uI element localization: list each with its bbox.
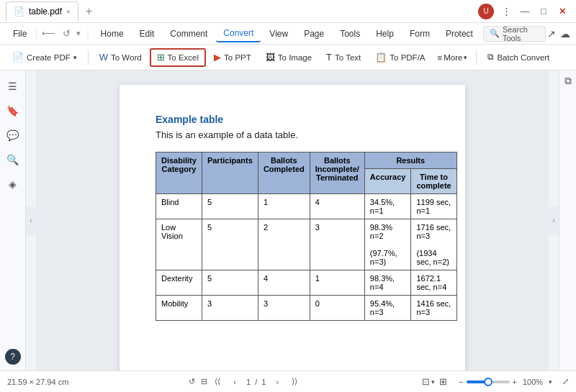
tab-filename: table.pdf bbox=[29, 6, 62, 17]
toolbar-icon-refresh[interactable]: ↺ bbox=[60, 27, 73, 40]
new-tab-button[interactable]: + bbox=[86, 5, 92, 18]
next-page-button[interactable]: › bbox=[270, 375, 284, 389]
to-ppt-button[interactable]: ▶ To PPT bbox=[207, 48, 258, 67]
cell-accuracy-1: 34.5%, n=1 bbox=[364, 194, 411, 219]
cell-ballots-incomplete-4: 0 bbox=[310, 296, 364, 321]
to-excel-icon: ⊞ bbox=[157, 52, 165, 63]
table-header-time: Time to complete bbox=[411, 169, 456, 194]
menu-item-page[interactable]: Page bbox=[297, 26, 331, 42]
cell-time-4: 1416 sec, n=3 bbox=[411, 296, 456, 321]
more-icon: ≡ bbox=[438, 53, 443, 62]
sidebar-help-icon[interactable]: ? bbox=[5, 349, 21, 365]
tab-close-button[interactable]: × bbox=[66, 8, 71, 16]
collapse-right-button[interactable]: › bbox=[549, 206, 559, 235]
last-page-button[interactable]: ⟩⟩ bbox=[287, 375, 302, 389]
table-header-ballots-incomplete: Ballots Incomplete/ Terminated bbox=[310, 152, 364, 194]
sidebar-comment-icon[interactable]: 💬 bbox=[3, 125, 23, 145]
prev-page-button[interactable]: ‹ bbox=[228, 375, 242, 389]
menu-item-view[interactable]: View bbox=[262, 26, 295, 42]
menu-bar: File | ⟵ ↺ ▾ | Home Edit Comment Convert… bbox=[0, 23, 576, 45]
cell-disability-4: Mobility bbox=[156, 296, 202, 321]
page-separator: / bbox=[255, 378, 257, 386]
to-ppt-label: To PPT bbox=[224, 53, 251, 62]
zoom-plus-button[interactable]: + bbox=[513, 378, 517, 386]
sidebar-layers-icon[interactable]: ◈ bbox=[3, 174, 23, 194]
fit-page-icon[interactable]: ⊡ bbox=[422, 376, 430, 387]
toolbar-icon-back[interactable]: ⟵ bbox=[39, 27, 58, 40]
to-text-button[interactable]: T To Text bbox=[320, 48, 367, 67]
cell-participants-3: 5 bbox=[202, 270, 258, 296]
to-word-button[interactable]: W To Word bbox=[93, 48, 148, 67]
share-icon[interactable]: ↗ bbox=[547, 28, 556, 40]
table-row: Blind 5 1 4 34.5%, n=1 1199 sec, n=1 bbox=[156, 194, 457, 219]
menu-item-form[interactable]: Form bbox=[402, 26, 437, 42]
search-tools-label: Search Tools bbox=[503, 25, 539, 42]
fit-width-icon[interactable]: ⊞ bbox=[439, 376, 447, 387]
cloud-icon[interactable]: ☁ bbox=[560, 28, 570, 40]
search-tools-box[interactable]: 🔍 Search Tools bbox=[483, 26, 546, 42]
first-page-button[interactable]: ⟨⟨ bbox=[210, 375, 225, 389]
cell-participants-1: 5 bbox=[202, 194, 258, 219]
fullscreen-icon[interactable]: ⤢ bbox=[562, 377, 569, 386]
main-area: ☰ 🔖 💬 🔍 ◈ ? ‹ Example table This is an e… bbox=[0, 70, 576, 370]
document-area[interactable]: Example table This is an example of a da… bbox=[36, 70, 549, 370]
cell-disability-3: Dexterity bbox=[156, 270, 202, 296]
cell-disability-1: Blind bbox=[156, 194, 202, 219]
collapse-left-button[interactable]: ‹ bbox=[26, 206, 36, 235]
create-pdf-label: Create PDF bbox=[27, 53, 71, 62]
page-total: 1 bbox=[261, 378, 266, 386]
menu-item-convert[interactable]: Convert bbox=[216, 25, 261, 42]
kebab-menu-icon[interactable]: ⋮ bbox=[498, 4, 514, 19]
batch-convert-button[interactable]: ⧉ Batch Convert bbox=[481, 50, 556, 65]
maximize-button[interactable]: □ bbox=[536, 4, 552, 19]
cell-ballots-completed-2: 2 bbox=[258, 219, 310, 270]
cell-accuracy-3: 98.3%, n=4 bbox=[364, 270, 411, 296]
create-pdf-dropdown-icon[interactable]: ▾ bbox=[73, 54, 77, 61]
more-button[interactable]: ≡ More ▾ bbox=[433, 51, 472, 64]
dropdown-icon[interactable]: ▾ bbox=[431, 378, 435, 386]
to-text-label: To Text bbox=[335, 53, 361, 62]
to-pdfa-button[interactable]: 📋 To PDF/A bbox=[369, 48, 431, 67]
page-navigation: ↺ ⊟ ⟨⟨ ‹ 1 / 1 › ⟩⟩ bbox=[189, 375, 302, 389]
view-options: ⊡ ▾ ⊞ bbox=[422, 376, 447, 387]
to-pdfa-label: To PDF/A bbox=[390, 53, 425, 62]
table-header-disability: Disability Category bbox=[156, 152, 202, 194]
cell-time-1: 1199 sec, n=1 bbox=[411, 194, 456, 219]
fit-icon[interactable]: ⊟ bbox=[201, 377, 207, 386]
to-image-label: To Image bbox=[278, 53, 312, 62]
to-excel-button[interactable]: ⊞ To Excel bbox=[150, 48, 206, 67]
zoom-minus-button[interactable]: − bbox=[459, 378, 463, 386]
rotate-icon[interactable]: ↺ bbox=[189, 377, 195, 386]
title-bar: 📄 table.pdf × + U ⋮ — □ ✕ bbox=[0, 0, 576, 23]
to-image-button[interactable]: 🖼 To Image bbox=[259, 48, 318, 67]
menu-item-help[interactable]: Help bbox=[369, 26, 401, 42]
toolbar-icon-dropdown[interactable]: ▾ bbox=[75, 27, 82, 40]
cell-ballots-incomplete-3: 1 bbox=[310, 270, 364, 296]
status-bar: 21.59 × 27.94 cm ↺ ⊟ ⟨⟨ ‹ 1 / 1 › ⟩⟩ ⊡ ▾… bbox=[0, 370, 576, 392]
minimize-button[interactable]: — bbox=[517, 4, 533, 19]
create-pdf-icon: 📄 bbox=[12, 52, 24, 63]
title-tab[interactable]: 📄 table.pdf × bbox=[6, 1, 78, 22]
create-pdf-button[interactable]: 📄 Create PDF ▾ bbox=[6, 48, 84, 67]
menu-item-comment[interactable]: Comment bbox=[163, 26, 215, 42]
toolbar-divider-2 bbox=[476, 50, 477, 65]
sidebar-nav-icon[interactable]: ☰ bbox=[3, 76, 23, 96]
menu-item-edit[interactable]: Edit bbox=[132, 26, 162, 42]
right-panel-icon[interactable]: ⧉ bbox=[561, 73, 575, 88]
table-header-accuracy: Accuracy bbox=[364, 169, 411, 194]
sidebar-bookmark-icon[interactable]: 🔖 bbox=[3, 101, 23, 121]
to-text-icon: T bbox=[326, 52, 332, 63]
menu-item-tools[interactable]: Tools bbox=[333, 26, 367, 42]
sidebar-search-icon[interactable]: 🔍 bbox=[3, 150, 23, 170]
toolbar-divider-1 bbox=[88, 50, 89, 65]
menu-item-home[interactable]: Home bbox=[94, 26, 131, 42]
cell-ballots-completed-4: 3 bbox=[258, 296, 310, 321]
batch-convert-label: Batch Convert bbox=[497, 53, 549, 62]
menu-item-file[interactable]: File bbox=[6, 26, 34, 42]
close-button[interactable]: ✕ bbox=[554, 4, 570, 19]
zoom-dropdown-icon[interactable]: ▾ bbox=[549, 378, 552, 386]
zoom-slider[interactable] bbox=[467, 380, 510, 383]
menu-item-protect[interactable]: Protect bbox=[438, 26, 480, 42]
more-label: More bbox=[444, 53, 462, 62]
cell-disability-2: Low Vision bbox=[156, 219, 202, 270]
